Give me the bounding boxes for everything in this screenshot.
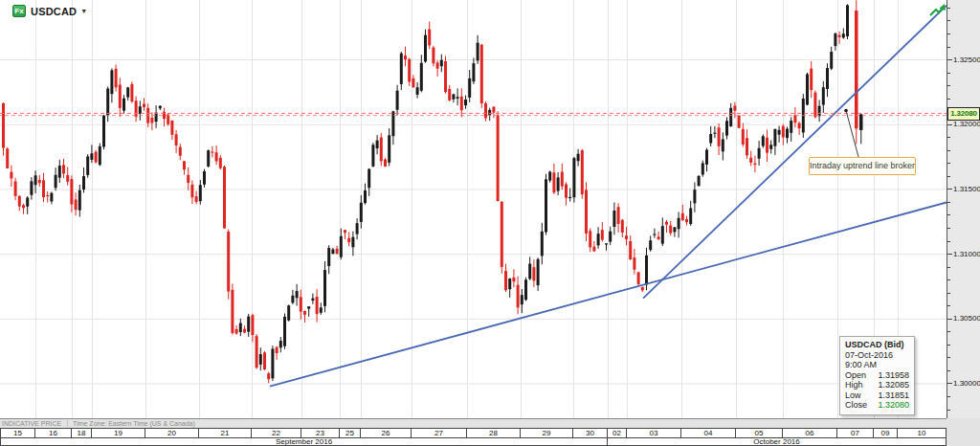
minor-tick xyxy=(947,370,950,371)
minor-tick xyxy=(947,214,950,215)
high-label: High xyxy=(845,380,863,390)
date-cell-06: 06 xyxy=(783,429,837,437)
ohlc-tooltip: USDCAD (Bid) 07-Oct-2016 9:00 AM Open 1.… xyxy=(839,336,915,415)
minor-tick xyxy=(947,202,950,203)
minor-tick xyxy=(947,279,950,280)
axis-corner xyxy=(947,418,980,446)
minor-tick xyxy=(947,241,950,242)
price-axis-label: 1.32000 xyxy=(953,121,980,128)
date-axis[interactable]: 1516181920212223252627282930020304050607… xyxy=(0,428,947,438)
price-axis-label: 1.32500 xyxy=(953,56,980,64)
month-cell: October 2016 xyxy=(608,438,947,445)
major-tick xyxy=(947,59,952,60)
minor-tick xyxy=(947,47,950,48)
price-axis-label: 1.31000 xyxy=(953,251,980,258)
low-label: Low xyxy=(845,390,861,401)
close-label: Close xyxy=(845,400,867,411)
close-value: 1.32080 xyxy=(878,400,909,411)
tooltip-row-high: High 1.32085 xyxy=(845,380,909,390)
date-cell-07: 07 xyxy=(837,429,874,437)
date-cell-10: 10 xyxy=(898,429,947,437)
trend-arrow-icon[interactable] xyxy=(928,2,947,19)
date-cell-28: 28 xyxy=(467,429,521,437)
minor-tick xyxy=(947,410,950,411)
chart-canvas[interactable] xyxy=(0,0,947,418)
minor-tick xyxy=(947,150,950,151)
date-cell-20: 20 xyxy=(145,429,199,437)
indicative-price-label: INDICATIVE PRICE xyxy=(2,420,68,427)
price-axis-label: 1.30500 xyxy=(953,315,980,323)
minor-tick xyxy=(947,345,950,346)
date-cell-03: 03 xyxy=(627,429,681,437)
status-bar: INDICATIVE PRICE Time Zone: Eastern Time… xyxy=(0,418,947,428)
fx-icon: Fx xyxy=(12,5,26,17)
timezone-label: Time Zone: Eastern Time (US & Canada) xyxy=(73,420,195,427)
tooltip-row-low: Low 1.31851 xyxy=(845,390,909,401)
tooltip-row-close: Close 1.32080 xyxy=(845,400,909,411)
major-tick xyxy=(947,124,952,125)
date-cell-05: 05 xyxy=(736,429,783,437)
minor-tick xyxy=(947,293,950,294)
minor-tick xyxy=(947,137,950,138)
low-value: 1.31851 xyxy=(878,390,909,401)
tooltip-row-open: Open 1.31958 xyxy=(845,370,909,381)
minor-tick xyxy=(947,20,950,21)
tooltip-title: USDCAD (Bid) xyxy=(845,340,909,350)
date-cell-15: 15 xyxy=(0,429,35,437)
open-label: Open xyxy=(845,370,866,381)
date-cell-23: 23 xyxy=(301,429,340,437)
minor-tick xyxy=(947,176,950,177)
minor-tick xyxy=(947,8,950,9)
minor-tick xyxy=(947,357,950,358)
date-cell-19: 19 xyxy=(92,429,145,437)
date-cell-22: 22 xyxy=(252,429,301,437)
date-cell-21: 21 xyxy=(199,429,252,437)
date-cell-26: 26 xyxy=(361,429,412,437)
date-cell-04: 04 xyxy=(681,429,736,437)
major-tick xyxy=(947,189,952,190)
minor-tick xyxy=(947,73,950,74)
date-cell-16: 16 xyxy=(35,429,72,437)
price-axis-label: 1.30000 xyxy=(953,380,980,388)
minor-tick xyxy=(947,305,950,306)
minor-tick xyxy=(947,396,950,397)
month-cell: September 2016 xyxy=(0,438,608,445)
price-axis-label: 1.31500 xyxy=(953,186,980,193)
symbol-label: USDCAD xyxy=(31,6,77,17)
date-cell-30: 30 xyxy=(573,429,608,437)
tooltip-datetime: 07-Oct-2016 9:00 AM xyxy=(845,350,909,370)
date-cell-09: 09 xyxy=(874,429,898,437)
month-axis: September 2016October 2016 xyxy=(0,438,947,446)
date-cell-27: 27 xyxy=(412,429,467,437)
price-chart-plot[interactable]: Fx USDCAD ▼ Intraday uptrend line broken… xyxy=(0,0,947,418)
minor-tick xyxy=(947,99,950,100)
minor-tick xyxy=(947,163,950,164)
minor-tick xyxy=(947,267,950,268)
chevron-down-icon[interactable]: ▼ xyxy=(80,8,87,14)
major-tick xyxy=(947,254,952,255)
major-tick xyxy=(947,319,952,320)
price-axis[interactable]: 1.300001.305001.310001.315001.320001.325… xyxy=(947,0,980,446)
chart-window: { "header": { "badge": "Fx", "symbol": "… xyxy=(0,0,980,446)
date-cell-18: 18 xyxy=(72,429,92,437)
candles-group xyxy=(2,0,863,383)
date-cell-29: 29 xyxy=(521,429,573,437)
minor-tick xyxy=(947,331,950,332)
major-tick xyxy=(947,383,952,384)
callout-anchor-dot xyxy=(844,109,848,113)
open-value: 1.31958 xyxy=(878,370,909,381)
high-value: 1.32085 xyxy=(878,380,909,390)
annotation-callout[interactable]: Intraday uptrend line broken xyxy=(809,157,916,175)
symbol-selector[interactable]: Fx USDCAD ▼ xyxy=(12,5,87,17)
minor-tick xyxy=(947,33,950,34)
minor-tick xyxy=(947,228,950,229)
minor-tick xyxy=(947,85,950,86)
current-price-label: 1.32080 xyxy=(947,107,980,121)
date-cell-02: 02 xyxy=(608,429,627,437)
date-cell-25: 25 xyxy=(340,429,361,437)
